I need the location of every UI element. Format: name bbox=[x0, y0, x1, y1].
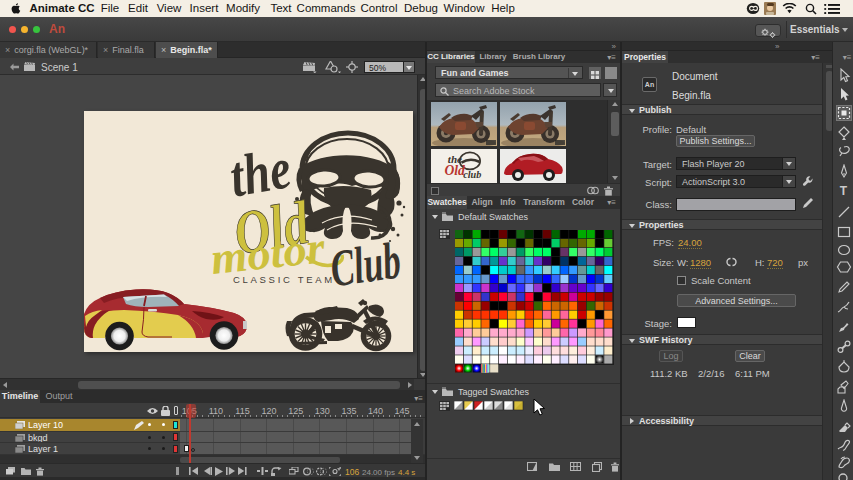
svg-text:Old: Old bbox=[444, 163, 465, 178]
svg-text:Club: Club bbox=[327, 231, 404, 297]
svg-text:club: club bbox=[463, 169, 481, 180]
svg-text:CLASSIC TEAM: CLASSIC TEAM bbox=[233, 274, 335, 285]
